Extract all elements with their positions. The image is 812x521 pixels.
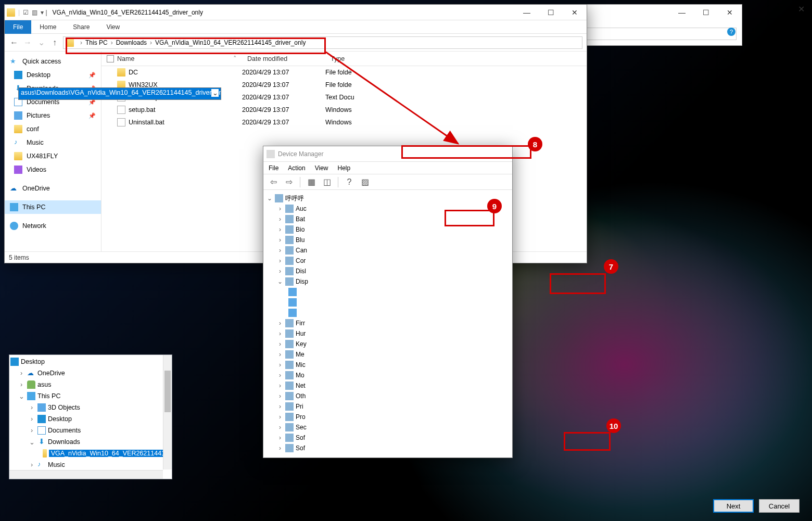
col-date[interactable]: Date modified — [242, 55, 325, 62]
device-category[interactable]: ›Key — [265, 339, 512, 349]
device-category[interactable]: ›Disl — [265, 266, 512, 276]
device-category[interactable]: ›Oth — [265, 391, 512, 401]
explorer-titlebar[interactable]: | ☑ ▥ ▾ | VGA_nVidia_Win10_64_VER2621144… — [5, 5, 587, 20]
path-combobox[interactable]: asus\Downloads\VGA_nVidia_Win10_64_VER26… — [18, 87, 221, 100]
expand-icon[interactable]: › — [277, 247, 283, 254]
expand-icon[interactable]: › — [18, 381, 25, 388]
expand-icon[interactable]: › — [277, 444, 283, 452]
expand-icon[interactable]: › — [277, 215, 283, 223]
forward-button[interactable]: → — [22, 38, 33, 47]
menu-help[interactable]: Help — [338, 164, 351, 172]
select-all-checkbox[interactable] — [107, 55, 114, 62]
breadcrumb-thispc[interactable]: This PC — [85, 39, 108, 46]
device-category[interactable]: ›Hur — [265, 328, 512, 339]
nav-videos[interactable]: Videos — [5, 163, 101, 176]
maximize-button[interactable]: ☐ — [539, 5, 563, 20]
cancel-button[interactable]: Cancel — [759, 499, 800, 513]
view-tab[interactable]: View — [98, 21, 128, 33]
maximize-button[interactable]: ☐ — [694, 5, 718, 20]
device-category[interactable]: ›Bat — [265, 214, 512, 224]
breadcrumb-folder[interactable]: VGA_nVidia_Win10_64_VER2621144145_driver… — [155, 39, 306, 46]
quick-access[interactable]: ★Quick access — [5, 55, 101, 68]
device-item[interactable] — [265, 297, 512, 308]
device-category[interactable]: ›Mic — [265, 360, 512, 370]
nav-conf[interactable]: conf — [5, 122, 101, 136]
expand-icon[interactable]: › — [277, 330, 283, 337]
expand-icon[interactable]: ⌄ — [277, 278, 283, 285]
expand-icon[interactable]: › — [18, 370, 25, 377]
minimize-button[interactable]: — — [670, 5, 694, 20]
qat-item[interactable]: ▥ — [32, 9, 37, 16]
file-row[interactable]: Uninstall.bat2020/4/29 13:07Windows — [102, 116, 587, 129]
nav-ux481fly[interactable]: UX481FLY — [5, 149, 101, 163]
expand-icon[interactable]: › — [277, 372, 283, 379]
expand-icon[interactable]: › — [28, 404, 35, 411]
close-button[interactable]: ✕ — [798, 4, 805, 14]
close-button[interactable]: ✕ — [718, 5, 742, 20]
device-category[interactable]: ›Me — [265, 349, 512, 360]
nav-pictures[interactable]: Pictures📌 — [5, 109, 101, 122]
toolbar-btn[interactable]: ◫ — [320, 176, 334, 188]
col-type[interactable]: Type — [325, 55, 388, 62]
nav-onedrive[interactable]: ☁OneDrive — [5, 182, 101, 195]
selected-folder[interactable]: VGA_nVidia_Win10_64_VER262114414 — [49, 450, 171, 457]
nav-desktop[interactable]: Desktop📌 — [5, 68, 101, 82]
home-tab[interactable]: Home — [31, 21, 65, 33]
expand-icon[interactable]: › — [277, 205, 283, 212]
root-node[interactable]: 呼呼呼 — [285, 194, 304, 203]
expand-icon[interactable]: › — [28, 427, 35, 434]
nav-thispc[interactable]: This PC — [5, 200, 101, 214]
device-category[interactable]: ›Sec — [265, 422, 512, 433]
toolbar-btn[interactable]: ▨ — [358, 176, 372, 188]
next-button[interactable]: Next — [713, 499, 754, 513]
expand-icon[interactable]: › — [277, 236, 283, 244]
column-headers[interactable]: Name˄ Date modified Type — [102, 52, 587, 66]
file-tab[interactable]: File — [5, 20, 31, 34]
menu-action[interactable]: Action — [288, 164, 305, 172]
expand-icon[interactable]: › — [277, 351, 283, 358]
back-icon[interactable]: ⇦ — [267, 176, 280, 188]
device-category[interactable]: ›Sof — [265, 443, 512, 453]
device-category[interactable]: ›Firr — [265, 318, 512, 328]
expand-icon[interactable]: › — [277, 257, 283, 264]
device-item[interactable] — [265, 308, 512, 318]
expand-icon[interactable]: › — [277, 413, 283, 421]
devmgr-titlebar[interactable]: Device Manager — [263, 146, 512, 162]
device-category[interactable]: ›Blu — [265, 235, 512, 245]
expand-icon[interactable]: › — [277, 403, 283, 410]
nav-network[interactable]: Network — [5, 219, 101, 233]
device-category[interactable]: ›Bio — [265, 224, 512, 235]
toolbar-btn[interactable]: ▦ — [304, 176, 318, 188]
expand-icon[interactable]: › — [277, 361, 283, 368]
horizontal-scrollbar[interactable] — [9, 470, 163, 479]
device-category[interactable]: ⌄Disp — [265, 276, 512, 287]
file-row[interactable]: setup.bat2020/4/29 13:07Windows — [102, 104, 587, 116]
collapse-icon[interactable]: ⌄ — [28, 438, 35, 446]
vertical-scrollbar[interactable] — [163, 355, 172, 469]
menu-file[interactable]: File — [269, 164, 278, 172]
up-button[interactable]: ↑ — [49, 38, 60, 47]
collapse-icon[interactable]: ⌄ — [267, 195, 273, 202]
device-item[interactable] — [265, 287, 512, 297]
expand-icon[interactable]: › — [277, 424, 283, 431]
chevron-right-icon[interactable]: › — [108, 39, 116, 46]
expand-icon[interactable]: › — [277, 392, 283, 400]
share-tab[interactable]: Share — [65, 21, 98, 33]
expand-icon[interactable]: › — [277, 320, 283, 327]
forward-icon[interactable]: ⇨ — [282, 176, 296, 188]
breadcrumb[interactable]: › This PC › Downloads › VGA_nVidia_Win10… — [63, 36, 582, 49]
device-category[interactable]: ›Can — [265, 245, 512, 256]
chevron-right-icon[interactable]: › — [147, 39, 155, 46]
col-name[interactable]: Name — [117, 55, 134, 62]
device-category[interactable]: ›Cor — [265, 256, 512, 266]
file-row[interactable]: DC2020/4/29 13:07File folde — [102, 66, 587, 79]
chevron-right-icon[interactable]: › — [77, 39, 85, 46]
qat-dropdown-icon[interactable]: ▾ | — [41, 9, 47, 16]
collapse-icon[interactable]: ⌄ — [18, 392, 25, 400]
expand-icon[interactable]: › — [277, 382, 283, 389]
toolbar-btn[interactable]: ? — [342, 176, 356, 188]
breadcrumb-downloads[interactable]: Downloads — [116, 39, 147, 46]
device-tree[interactable]: ⌄呼呼呼 ›Auc›Bat›Bio›Blu›Can›Cor›Disl⌄Disp›… — [263, 190, 512, 456]
expand-icon[interactable]: › — [277, 340, 283, 348]
device-category[interactable]: ›Net — [265, 380, 512, 391]
